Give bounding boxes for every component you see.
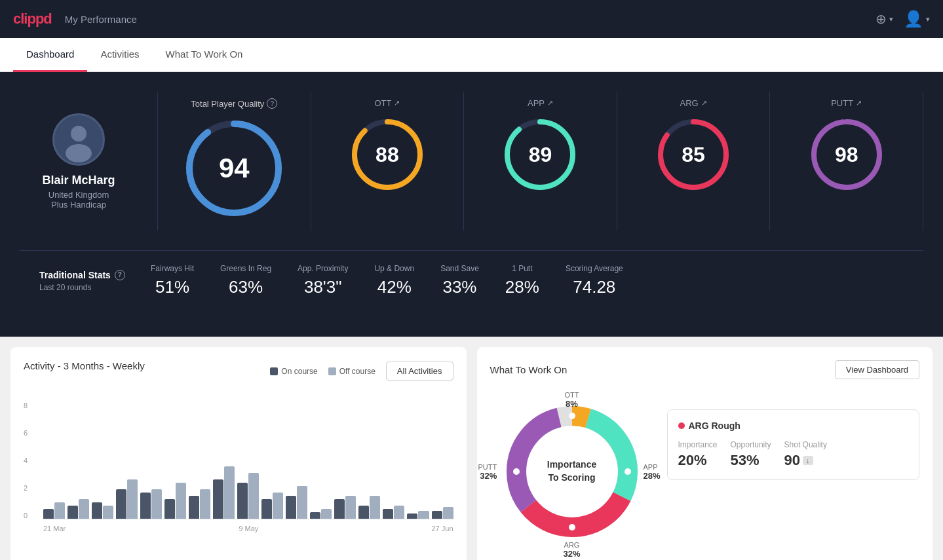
bar-group: [92, 502, 113, 519]
donut-chart-container: ImportanceTo Scoring OTT 8% APP 28% ARG …: [490, 390, 654, 553]
legend-on-course-dot: [270, 367, 278, 375]
view-dashboard-button[interactable]: View Dashboard: [835, 360, 919, 379]
bar-dark: [261, 499, 272, 519]
bar-group: [407, 511, 429, 519]
stat-scoring-average: Scoring Average 74.28: [566, 264, 623, 297]
traditional-stats: Traditional Stats ? Last 20 rounds Fairw…: [20, 250, 923, 310]
bar-group: [334, 496, 356, 519]
chart-bars-container: [43, 401, 453, 519]
putt-circle: 98: [807, 115, 886, 194]
bar-light: [370, 496, 380, 519]
bar-light: [151, 489, 162, 519]
bar-dark: [310, 512, 320, 519]
importance-metric: Importance 20%: [678, 440, 718, 469]
bar-group: [140, 489, 162, 519]
total-quality-circle: 94: [182, 116, 286, 221]
total-quality-value: 94: [219, 153, 250, 184]
ott-label: OTT ↗: [374, 98, 400, 108]
bar-dark: [140, 493, 151, 519]
trad-stats-subtitle: Last 20 rounds: [39, 283, 138, 292]
bar-light: [321, 509, 332, 519]
detail-metrics: Importance 20% Opportunity 53% Shot Qual…: [678, 440, 909, 469]
bar-group: [213, 466, 235, 519]
stat-items: Fairways Hit 51% Greens In Reg 63% App. …: [151, 264, 904, 297]
tab-what-to-work-on[interactable]: What To Work On: [153, 38, 256, 72]
donut-center-label: ImportanceTo Scoring: [547, 458, 596, 484]
user-avatar-icon[interactable]: 👤 ▾: [904, 10, 930, 28]
activity-chart-card: Activity - 3 Months - Weekly On course O…: [10, 347, 467, 560]
bar-group: [432, 507, 453, 519]
all-activities-button[interactable]: All Activities: [386, 362, 453, 381]
total-quality-card: Total Player Quality ? 94: [158, 92, 311, 231]
app-circle: 89: [501, 115, 579, 194]
total-quality-label: Total Player Quality ?: [191, 98, 277, 109]
arg-rough-detail-card: ARG Rough Importance 20% Opportunity 53%…: [667, 409, 920, 480]
bar-dark: [67, 506, 78, 519]
tab-activities[interactable]: Activities: [87, 38, 152, 72]
bar-group: [67, 499, 89, 519]
bar-dark: [358, 506, 369, 519]
work-on-content: ImportanceTo Scoring OTT 8% APP 28% ARG …: [490, 390, 920, 553]
arg-label: ARG ↗: [680, 98, 706, 108]
legend-off-course: Off course: [328, 367, 375, 376]
bar-light: [345, 496, 356, 519]
bar-group: [237, 473, 259, 519]
detail-section: ARG Rough Importance 20% Opportunity 53%…: [667, 403, 920, 553]
chart-area: 0 2 4 6 8: [24, 401, 453, 532]
ott-arrow-icon: ↗: [394, 99, 400, 107]
svg-point-19: [625, 468, 631, 475]
app-arrow-icon: ↗: [547, 99, 553, 107]
detail-title-dot: [678, 422, 685, 429]
bar-group: [383, 506, 404, 519]
work-on-card: What To Work On View Dashboard: [477, 347, 933, 560]
ott-circle: 88: [348, 115, 427, 194]
ott-donut-label: OTT 8%: [565, 391, 579, 409]
svg-point-21: [513, 468, 520, 475]
total-quality-info-icon[interactable]: ?: [267, 98, 277, 109]
bar-light: [394, 506, 404, 519]
bar-group: [116, 479, 138, 519]
tab-dashboard[interactable]: Dashboard: [13, 38, 87, 72]
ott-value: 88: [375, 143, 399, 167]
perf-top: Blair McHarg United Kingdom Plus Handica…: [20, 92, 923, 231]
arg-arrow-icon: ↗: [701, 99, 707, 107]
work-on-header: What To Work On View Dashboard: [490, 360, 920, 379]
stat-up-and-down: Up & Down 42%: [374, 264, 414, 297]
bar-dark: [383, 509, 393, 519]
bar-group: [310, 509, 332, 519]
stat-1-putt: 1 Putt 28%: [505, 264, 539, 297]
detail-card-title: ARG Rough: [678, 420, 909, 431]
legend-off-course-dot: [328, 367, 336, 375]
stat-sand-save: Sand Save 33%: [440, 264, 479, 297]
bar-light: [79, 499, 89, 519]
putt-donut-label: PUTT 32%: [478, 463, 497, 481]
bar-dark: [213, 479, 223, 519]
bar-group: [189, 489, 210, 519]
header-right: ⊕ ▾ 👤 ▾: [876, 10, 930, 28]
bar-dark: [92, 502, 102, 519]
bar-light: [443, 507, 453, 519]
bar-light: [418, 511, 429, 519]
avatar: [52, 113, 105, 166]
chart-x-labels: 21 Mar 9 May 27 Jun: [43, 525, 453, 532]
add-icon[interactable]: ⊕ ▾: [876, 11, 893, 27]
scores-area: Total Player Quality ? 94 OTT ↗: [157, 92, 923, 231]
bar-light: [273, 493, 283, 519]
chart-legend: On course Off course: [270, 367, 375, 376]
tabs-bar: Dashboard Activities What To Work On: [0, 38, 943, 72]
trad-stats-info-icon[interactable]: ?: [115, 270, 125, 280]
app-value: 89: [529, 143, 552, 167]
arg-circle: 85: [654, 115, 733, 194]
header-title: My Performance: [65, 14, 137, 25]
chart-y-axis: 0 2 4 6 8: [24, 401, 28, 519]
opportunity-metric: Opportunity 53%: [731, 440, 771, 469]
header-left: clippd My Performance: [13, 10, 137, 28]
arg-value: 85: [682, 143, 705, 167]
putt-arrow-icon: ↗: [856, 99, 862, 107]
arg-donut-label: ARG 32%: [563, 541, 580, 559]
shot-quality-badge: ↓: [803, 456, 813, 465]
bar-light: [200, 489, 210, 519]
player-info: Blair McHarg United Kingdom Plus Handica…: [20, 113, 138, 210]
svg-point-1: [71, 126, 87, 141]
logo: clippd: [13, 10, 52, 28]
